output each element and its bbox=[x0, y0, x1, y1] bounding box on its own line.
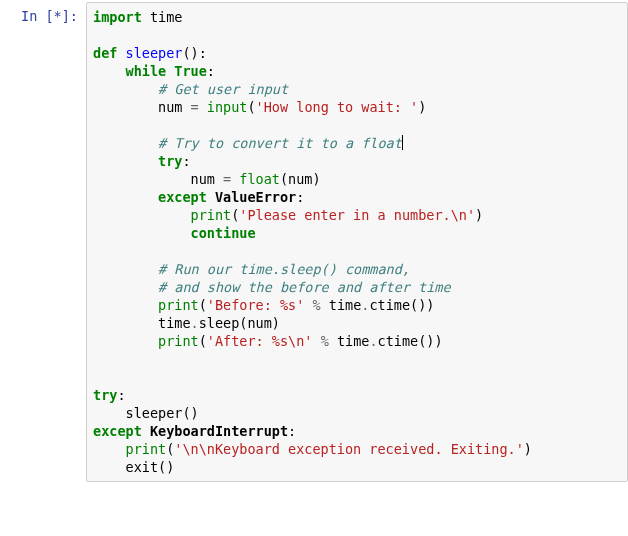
const-true: True bbox=[166, 63, 207, 79]
colon: : bbox=[288, 423, 296, 439]
builtin-print: print bbox=[158, 333, 199, 349]
code-text: time bbox=[321, 297, 362, 313]
code-text: num bbox=[93, 99, 191, 115]
code-text: time bbox=[329, 333, 370, 349]
colon: : bbox=[207, 63, 215, 79]
exception-name: ValueError bbox=[215, 189, 296, 205]
code-text: sleeper() bbox=[93, 405, 199, 421]
prompt-counter: [*] bbox=[45, 8, 69, 24]
builtin-print: print bbox=[191, 207, 232, 223]
exception-name: KeyboardInterrupt bbox=[150, 423, 288, 439]
paren: ) bbox=[524, 441, 532, 457]
comment: # Try to convert it to a float bbox=[93, 135, 402, 151]
paren: (num) bbox=[280, 171, 321, 187]
code-text: exit() bbox=[126, 459, 175, 475]
space bbox=[312, 333, 320, 349]
space bbox=[142, 423, 150, 439]
indent bbox=[93, 297, 158, 313]
keyword-except: except bbox=[93, 189, 207, 205]
code-text: ctime()) bbox=[378, 333, 443, 349]
comment: # Get user input bbox=[93, 81, 288, 97]
paren: (): bbox=[182, 45, 206, 61]
indent bbox=[93, 441, 126, 457]
keyword-except: except bbox=[93, 423, 142, 439]
paren: ) bbox=[475, 207, 483, 223]
paren: ( bbox=[199, 297, 207, 313]
string: 'Please enter in a number.\n' bbox=[239, 207, 475, 223]
func-name: sleeper bbox=[117, 45, 182, 61]
paren: ( bbox=[247, 99, 255, 115]
colon: : bbox=[182, 153, 190, 169]
prompt-prefix: In bbox=[21, 8, 45, 24]
string: 'How long to wait: ' bbox=[256, 99, 419, 115]
builtin-print: print bbox=[158, 297, 199, 313]
colon: : bbox=[117, 387, 125, 403]
string: 'After: %s\n' bbox=[207, 333, 313, 349]
space bbox=[199, 99, 207, 115]
builtin-float: float bbox=[239, 171, 280, 187]
keyword-continue: continue bbox=[93, 225, 256, 241]
string: 'Before: %s' bbox=[207, 297, 305, 313]
prompt-suffix: : bbox=[70, 8, 78, 24]
string: '\n\nKeyboard exception received. Exitin… bbox=[174, 441, 524, 457]
code-text: sleep(num) bbox=[199, 315, 280, 331]
op-dot: . bbox=[191, 315, 199, 331]
code-text: ctime()) bbox=[369, 297, 434, 313]
op-mod: % bbox=[321, 333, 329, 349]
keyword-def: def bbox=[93, 45, 117, 61]
comment: # and show the before and after time bbox=[93, 279, 451, 295]
keyword-import: import bbox=[93, 9, 142, 25]
op-mod: % bbox=[313, 297, 321, 313]
builtin-input: input bbox=[207, 99, 248, 115]
indent bbox=[93, 333, 158, 349]
builtin-print: print bbox=[126, 441, 167, 457]
colon: : bbox=[296, 189, 304, 205]
keyword-try: try bbox=[93, 153, 182, 169]
space bbox=[207, 189, 215, 205]
keyword-while: while bbox=[93, 63, 166, 79]
code-text: time bbox=[93, 315, 191, 331]
paren: ) bbox=[418, 99, 426, 115]
op-eq: = bbox=[191, 99, 199, 115]
comment: # Run our time.sleep() command, bbox=[93, 261, 410, 277]
code-content[interactable]: import time def sleeper(): while True: #… bbox=[93, 8, 621, 476]
text-cursor bbox=[402, 135, 403, 150]
code-cell: In [*]: import time def sleeper(): while… bbox=[0, 0, 628, 484]
indent bbox=[93, 459, 126, 475]
op-eq: = bbox=[223, 171, 231, 187]
keyword-try: try bbox=[93, 387, 117, 403]
code-text: num bbox=[93, 171, 223, 187]
paren: ( bbox=[199, 333, 207, 349]
indent bbox=[93, 207, 191, 223]
space bbox=[304, 297, 312, 313]
module-name: time bbox=[142, 9, 183, 25]
input-prompt: In [*]: bbox=[0, 2, 86, 482]
op-dot: . bbox=[369, 333, 377, 349]
code-input-area[interactable]: import time def sleeper(): while True: #… bbox=[86, 2, 628, 482]
